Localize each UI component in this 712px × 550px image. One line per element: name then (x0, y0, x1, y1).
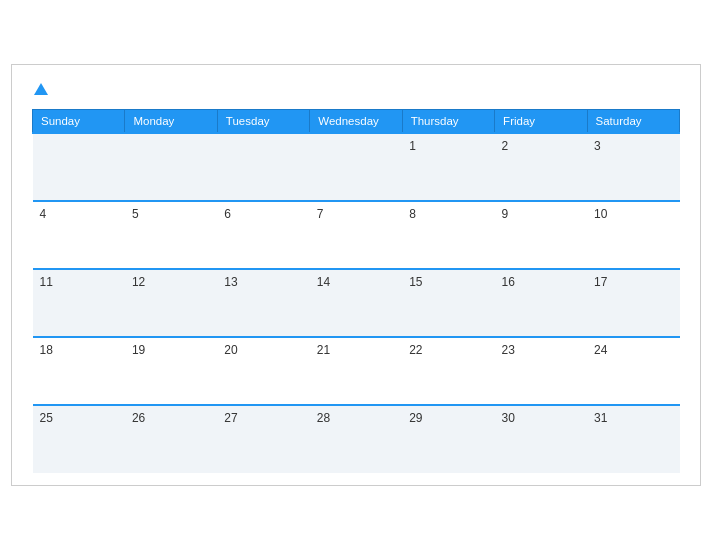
weekday-header-wednesday: Wednesday (310, 109, 402, 133)
day-cell (310, 133, 402, 201)
day-cell: 1 (402, 133, 494, 201)
day-number: 12 (132, 275, 145, 289)
day-number: 25 (40, 411, 53, 425)
day-number: 29 (409, 411, 422, 425)
day-cell: 15 (402, 269, 494, 337)
day-cell: 5 (125, 201, 217, 269)
day-number: 14 (317, 275, 330, 289)
day-cell: 7 (310, 201, 402, 269)
day-number: 6 (224, 207, 231, 221)
day-cell: 12 (125, 269, 217, 337)
day-cell: 14 (310, 269, 402, 337)
weekday-header-thursday: Thursday (402, 109, 494, 133)
weekday-header-tuesday: Tuesday (217, 109, 309, 133)
day-number: 30 (502, 411, 515, 425)
day-cell (217, 133, 309, 201)
logo-text (32, 81, 48, 99)
day-cell: 9 (495, 201, 587, 269)
day-cell: 20 (217, 337, 309, 405)
day-number: 11 (40, 275, 53, 289)
day-cell: 3 (587, 133, 679, 201)
day-cell: 29 (402, 405, 494, 473)
day-cell: 27 (217, 405, 309, 473)
day-number: 18 (40, 343, 53, 357)
week-row-3: 18192021222324 (33, 337, 680, 405)
day-cell: 26 (125, 405, 217, 473)
day-number: 15 (409, 275, 422, 289)
day-number: 9 (502, 207, 509, 221)
day-cell: 11 (33, 269, 125, 337)
day-number: 7 (317, 207, 324, 221)
day-cell: 21 (310, 337, 402, 405)
day-cell: 13 (217, 269, 309, 337)
weekday-header-row: SundayMondayTuesdayWednesdayThursdayFrid… (33, 109, 680, 133)
week-row-0: 123 (33, 133, 680, 201)
day-number: 24 (594, 343, 607, 357)
weekday-header-monday: Monday (125, 109, 217, 133)
day-cell: 10 (587, 201, 679, 269)
day-number: 28 (317, 411, 330, 425)
day-cell (125, 133, 217, 201)
day-number: 21 (317, 343, 330, 357)
day-number: 8 (409, 207, 416, 221)
week-row-2: 11121314151617 (33, 269, 680, 337)
day-number: 16 (502, 275, 515, 289)
day-cell: 23 (495, 337, 587, 405)
day-cell: 30 (495, 405, 587, 473)
weekday-header-friday: Friday (495, 109, 587, 133)
calendar-thead: SundayMondayTuesdayWednesdayThursdayFrid… (33, 109, 680, 133)
day-number: 5 (132, 207, 139, 221)
day-number: 20 (224, 343, 237, 357)
day-number: 17 (594, 275, 607, 289)
day-number: 26 (132, 411, 145, 425)
day-cell: 18 (33, 337, 125, 405)
day-number: 2 (502, 139, 509, 153)
day-number: 4 (40, 207, 47, 221)
day-cell: 22 (402, 337, 494, 405)
day-cell: 19 (125, 337, 217, 405)
day-cell: 4 (33, 201, 125, 269)
weekday-header-saturday: Saturday (587, 109, 679, 133)
calendar: SundayMondayTuesdayWednesdayThursdayFrid… (11, 64, 701, 486)
day-cell: 28 (310, 405, 402, 473)
day-number: 3 (594, 139, 601, 153)
day-number: 23 (502, 343, 515, 357)
day-number: 22 (409, 343, 422, 357)
calendar-table: SundayMondayTuesdayWednesdayThursdayFrid… (32, 109, 680, 473)
day-cell: 6 (217, 201, 309, 269)
day-number: 31 (594, 411, 607, 425)
day-number: 1 (409, 139, 416, 153)
day-cell: 8 (402, 201, 494, 269)
day-number: 13 (224, 275, 237, 289)
day-cell: 17 (587, 269, 679, 337)
week-row-4: 25262728293031 (33, 405, 680, 473)
logo-triangle-icon (34, 83, 48, 95)
day-cell (33, 133, 125, 201)
calendar-tbody: 1234567891011121314151617181920212223242… (33, 133, 680, 473)
day-cell: 31 (587, 405, 679, 473)
day-cell: 16 (495, 269, 587, 337)
day-cell: 24 (587, 337, 679, 405)
day-number: 10 (594, 207, 607, 221)
logo (32, 81, 48, 99)
weekday-header-sunday: Sunday (33, 109, 125, 133)
day-cell: 2 (495, 133, 587, 201)
week-row-1: 45678910 (33, 201, 680, 269)
day-number: 27 (224, 411, 237, 425)
day-cell: 25 (33, 405, 125, 473)
day-number: 19 (132, 343, 145, 357)
calendar-header (32, 81, 680, 99)
